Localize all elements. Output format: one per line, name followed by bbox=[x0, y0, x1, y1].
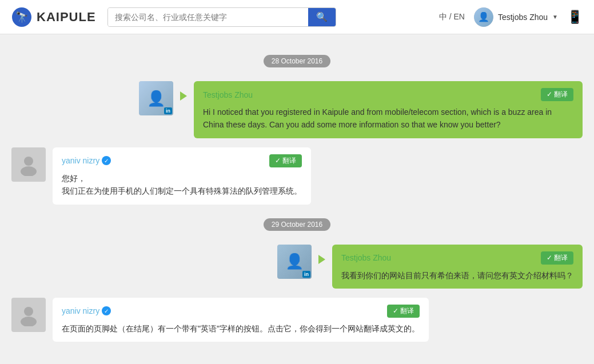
message-row: yaniv nizry ✓ ✓ 翻译 在页面的页脚处（在结尾）有一个带有"英语"… bbox=[0, 293, 594, 346]
logo-text: KAIPULE bbox=[37, 10, 96, 25]
bubble-arrow bbox=[180, 91, 187, 101]
avatar: 👤 in bbox=[277, 245, 312, 279]
svg-point-3 bbox=[21, 166, 37, 176]
user-avatar: 👤 bbox=[474, 7, 493, 27]
chat-area: 28 October 2016 Testjobs Zhou ✓ 翻译 Hi I … bbox=[0, 34, 594, 358]
message-text: 我看到你们的网站目前只有希伯来语，请问您有英文介绍材料吗？ bbox=[341, 269, 573, 282]
avatar bbox=[11, 298, 46, 332]
message-row: Testjobs Zhou ✓ 翻译 Hi I noticed that you… bbox=[0, 77, 594, 143]
date-divider-1: 28 October 2016 bbox=[0, 55, 594, 67]
search-input[interactable] bbox=[108, 8, 308, 26]
sender-name: yaniv nizry bbox=[62, 306, 99, 315]
message-text: 您好， 我们正在为使用手机的人们制定一个具有特殊算法的队列管理系统。 bbox=[62, 172, 302, 198]
avatar-placeholder bbox=[11, 298, 46, 332]
translate-button[interactable]: ✓ 翻译 bbox=[269, 154, 302, 167]
bubble-header: yaniv nizry ✓ ✓ 翻译 bbox=[62, 305, 420, 318]
linkedin-badge: in bbox=[302, 271, 310, 278]
sender-name: Testjobs Zhou bbox=[341, 253, 391, 262]
bubble-arrow bbox=[318, 255, 325, 264]
bubble-header: Testjobs Zhou ✓ 翻译 bbox=[203, 88, 573, 101]
bubble-header: Testjobs Zhou ✓ 翻译 bbox=[341, 251, 573, 265]
verified-badge: ✓ bbox=[102, 306, 111, 315]
sender-name: yaniv nizry bbox=[62, 156, 99, 165]
search-area: 🔍 bbox=[107, 7, 336, 27]
search-icon: 🔍 bbox=[316, 11, 328, 22]
message-row: yaniv nizry ✓ ✓ 翻译 您好， 我们正在为使用手机的人们制定一个具… bbox=[0, 143, 594, 209]
svg-point-4 bbox=[24, 307, 33, 316]
dropdown-icon[interactable]: ▼ bbox=[552, 14, 558, 20]
translate-button[interactable]: ✓ 翻译 bbox=[541, 88, 573, 101]
avatar bbox=[11, 147, 46, 182]
person-icon bbox=[17, 153, 40, 176]
user-area: 👤 Testjobs Zhou ▼ bbox=[474, 7, 558, 27]
header-right: 中 / EN 👤 Testjobs Zhou ▼ 📱 bbox=[439, 7, 583, 27]
date-divider-2: 29 October 2016 bbox=[0, 218, 594, 231]
avatar: 👤 in bbox=[139, 81, 173, 115]
lang-switcher[interactable]: 中 / EN bbox=[439, 12, 465, 22]
logo-area: 🔭 KAIPULE bbox=[11, 7, 96, 27]
sender-name: Testjobs Zhou bbox=[203, 90, 253, 99]
svg-point-2 bbox=[24, 157, 33, 166]
avatar-placeholder bbox=[11, 147, 46, 182]
date-badge-2: 29 October 2016 bbox=[264, 218, 330, 231]
search-button[interactable]: 🔍 bbox=[308, 8, 336, 26]
message-text: Hi I noticed that you registered in Kaip… bbox=[203, 106, 573, 131]
translate-button[interactable]: ✓ 翻译 bbox=[387, 305, 420, 318]
message-bubble: Testjobs Zhou ✓ 翻译 Hi I noticed that you… bbox=[194, 81, 583, 138]
bubble-header: yaniv nizry ✓ ✓ 翻译 bbox=[62, 154, 302, 167]
logo-icon: 🔭 bbox=[11, 7, 32, 27]
message-text: 在页面的页脚处（在结尾）有一个带有"英语"字样的按钮。点击它，你会得到一个网站翻… bbox=[62, 322, 420, 335]
message-bubble: Testjobs Zhou ✓ 翻译 我看到你们的网站目前只有希伯来语，请问您有… bbox=[332, 245, 583, 289]
person-icon bbox=[17, 303, 40, 326]
svg-point-5 bbox=[21, 317, 37, 326]
date-badge-1: 28 October 2016 bbox=[264, 55, 330, 67]
translate-button[interactable]: ✓ 翻译 bbox=[541, 251, 573, 265]
message-bubble: yaniv nizry ✓ ✓ 翻译 在页面的页脚处（在结尾）有一个带有"英语"… bbox=[53, 298, 429, 342]
verified-badge: ✓ bbox=[102, 156, 111, 165]
user-name: Testjobs Zhou bbox=[498, 13, 548, 22]
svg-text:🔭: 🔭 bbox=[15, 11, 29, 23]
wechat-icon[interactable]: 📱 bbox=[567, 10, 583, 25]
message-row: Testjobs Zhou ✓ 翻译 我看到你们的网站目前只有希伯来语，请问您有… bbox=[0, 240, 594, 293]
header: 🔭 KAIPULE 🔍 中 / EN 👤 Testjobs Zhou ▼ 📱 bbox=[0, 0, 594, 34]
linkedin-badge: in bbox=[164, 107, 172, 114]
message-bubble: yaniv nizry ✓ ✓ 翻译 您好， 我们正在为使用手机的人们制定一个具… bbox=[53, 147, 311, 205]
